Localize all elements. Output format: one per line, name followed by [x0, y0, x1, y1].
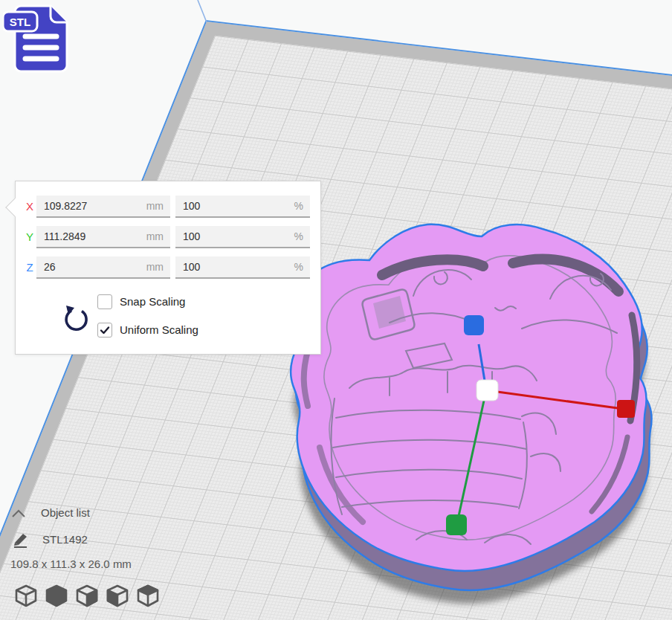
y-mm-input[interactable]: 111.2849 mm [36, 226, 170, 248]
z-mm-input[interactable]: 26 mm [36, 256, 170, 279]
object-item-name: STL1492 [42, 532, 88, 548]
chevron-up-icon [10, 508, 27, 519]
y-axis-label: Y [22, 226, 38, 248]
y-percent-unit: % [294, 226, 303, 247]
uniform-scaling-checkbox[interactable] [97, 323, 112, 338]
z-axis-label: Z [22, 256, 38, 279]
y-percent-value: 100 [183, 226, 200, 247]
scale-tool-panel: X 109.8227 mm 100 % Y 111.2849 mm 100 % … [15, 181, 321, 355]
uniform-scaling-label: Uniform Scaling [120, 323, 198, 338]
view-3d-icon[interactable] [13, 583, 39, 610]
scale-row-y: Y 111.2849 mm 100 % [16, 226, 320, 248]
y-percent-input[interactable]: 100 % [175, 226, 310, 248]
z-percent-value: 100 [183, 256, 200, 277]
x-percent-input[interactable]: 100 % [175, 196, 310, 218]
z-percent-unit: % [294, 256, 303, 277]
y-mm-unit: mm [146, 226, 164, 247]
pencil-icon [12, 532, 31, 548]
x-mm-value: 109.8227 [44, 196, 87, 216]
view-front-icon[interactable] [43, 583, 70, 610]
scale-row-z: Z 26 mm 100 % [16, 256, 320, 279]
z-percent-input[interactable]: 100 % [175, 256, 310, 279]
y-mm-value: 111.2849 [44, 226, 85, 247]
view-right-icon[interactable] [135, 583, 161, 610]
view-left-icon[interactable] [104, 583, 131, 610]
view-top-icon[interactable] [74, 583, 100, 610]
build-volume-corner-edge [198, 0, 207, 22]
stl-file-icon: STL [3, 1, 71, 74]
x-mm-input[interactable]: 109.8227 mm [36, 196, 170, 218]
snap-scaling-checkbox[interactable] [97, 294, 112, 309]
z-mm-value: 26 [44, 256, 56, 277]
viewport-3d[interactable]: STL X 109.8227 mm 100 % Y 111.2849 mm 10… [0, 0, 672, 620]
stl-badge-label: STL [10, 16, 30, 28]
scale-row-x: X 109.8227 mm 100 % [16, 196, 320, 218]
reset-scale-button[interactable] [62, 304, 91, 335]
z-mm-unit: mm [146, 256, 164, 277]
model-dimensions-readout: 109.8 x 111.3 x 26.0 mm [10, 558, 132, 570]
camera-view-presets [13, 583, 161, 610]
x-percent-value: 100 [183, 196, 200, 216]
checkmark-icon [98, 323, 112, 337]
snap-scaling-label: Snap Scaling [120, 294, 185, 309]
x-percent-unit: % [294, 196, 303, 216]
x-axis-label: X [22, 196, 38, 218]
object-list-title: Object list [41, 506, 90, 520]
x-mm-unit: mm [146, 196, 164, 216]
